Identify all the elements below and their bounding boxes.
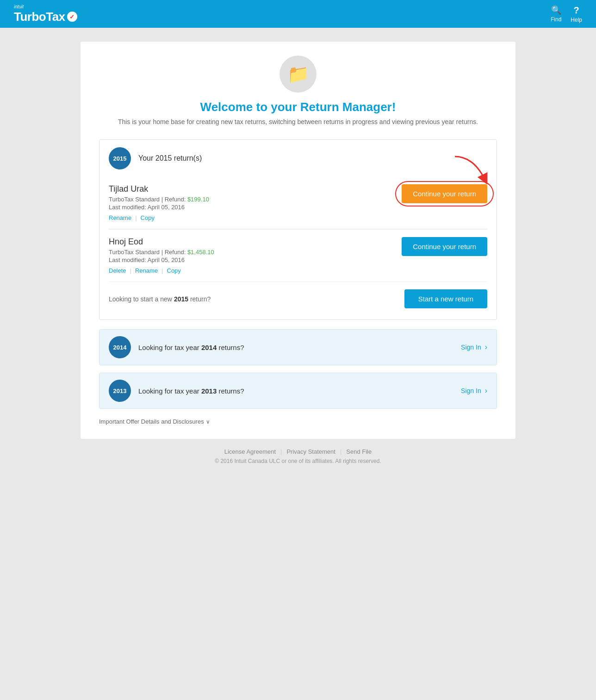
- red-arrow-annotation: [450, 154, 492, 187]
- find-label: Find: [551, 16, 561, 23]
- footer: License Agreement | Privacy Statement | …: [205, 439, 390, 474]
- sign-in-2013-link[interactable]: Sign In: [461, 387, 481, 394]
- content-card: 📁 Welcome to your Return Manager! This i…: [81, 42, 515, 439]
- continue-return-button-tijlad[interactable]: Continue your return: [402, 184, 487, 203]
- return-entries-2015: Tijlad Urak TurboTax Standard | Refund: …: [99, 177, 497, 319]
- return-actions-tijlad: Rename | Copy: [109, 214, 392, 221]
- return-name-hnoj: Hnoj Eod: [109, 237, 392, 247]
- year-2015-section: 2015 Your 2015 return(s) Tijlad Urak Tur…: [99, 139, 497, 320]
- welcome-subtitle: This is your home base for creating new …: [99, 118, 497, 125]
- sign-in-2014-link[interactable]: Sign In: [461, 344, 481, 351]
- start-new-row: Looking to start a new 2015 return? Star…: [109, 282, 487, 310]
- header-nav: 🔍 Find ? Help: [551, 5, 582, 23]
- start-new-text: Looking to start a new 2015 return?: [109, 295, 211, 303]
- year-2013-section[interactable]: 2013 Looking for tax year 2013 returns? …: [99, 373, 497, 409]
- refund-amount-hnoj: $1,458.10: [187, 249, 214, 256]
- rename-link-tijlad[interactable]: Rename: [109, 214, 131, 221]
- chevron-right-2014-icon: ›: [485, 343, 487, 351]
- help-nav-item[interactable]: ? Help: [571, 5, 582, 23]
- copy-link-hnoj[interactable]: Copy: [167, 267, 181, 274]
- return-entry-tijlad: Tijlad Urak TurboTax Standard | Refund: …: [109, 177, 487, 229]
- intuit-label: intuit: [14, 4, 77, 9]
- footer-copyright: © 2016 Intuit Canada ULC or one of its a…: [215, 458, 381, 464]
- copy-link-tijlad[interactable]: Copy: [141, 214, 155, 221]
- return-product-hnoj: TurboTax Standard: [109, 249, 160, 256]
- return-product-tijlad: TurboTax Standard: [109, 196, 160, 203]
- year-2015-badge: 2015: [109, 147, 131, 169]
- welcome-title: Welcome to your Return Manager!: [99, 100, 497, 114]
- year-2014-text: Looking for tax year 2014 returns?: [138, 344, 461, 351]
- continue-orange-wrapper: Continue your return: [402, 184, 487, 203]
- disclosures-chevron-icon: ∨: [206, 419, 210, 425]
- send-file-link[interactable]: Send File: [346, 448, 372, 455]
- return-date-tijlad: Last modified: April 05, 2016: [109, 204, 392, 211]
- refund-amount-tijlad: $199.10: [187, 196, 209, 203]
- return-meta-hnoj: TurboTax Standard | Refund: $1,458.10: [109, 249, 392, 256]
- find-nav-item[interactable]: 🔍 Find: [551, 5, 561, 23]
- year-2015-header: 2015 Your 2015 return(s): [99, 140, 497, 177]
- year-2014-badge: 2014: [109, 336, 131, 358]
- license-agreement-link[interactable]: License Agreement: [224, 448, 276, 455]
- delete-link-hnoj[interactable]: Delete: [109, 267, 126, 274]
- refund-label-tijlad: Refund:: [165, 196, 186, 203]
- rename-link-hnoj[interactable]: Rename: [135, 267, 158, 274]
- disclosures-label: Important Offer Details and Disclosures: [99, 418, 204, 425]
- return-info-hnoj: Hnoj Eod TurboTax Standard | Refund: $1,…: [109, 237, 392, 274]
- return-actions-hnoj: Delete | Rename | Copy: [109, 267, 392, 274]
- chevron-right-2013-icon: ›: [485, 387, 487, 395]
- header: intuit TurboTax ✓ 🔍 Find ? Help: [0, 0, 596, 28]
- logo-checkmark: ✓: [67, 12, 77, 22]
- return-meta-tijlad: TurboTax Standard | Refund: $199.10: [109, 196, 392, 203]
- logo: intuit TurboTax ✓: [14, 4, 77, 24]
- main-content: 📁 Welcome to your Return Manager! This i…: [0, 28, 596, 700]
- continue-return-button-hnoj[interactable]: Continue your return: [402, 237, 487, 256]
- footer-links: License Agreement | Privacy Statement | …: [215, 448, 381, 455]
- folder-icon-container: 📁: [279, 56, 317, 93]
- return-buttons-tijlad: Continue your return: [402, 184, 487, 203]
- return-date-hnoj: Last modified: April 05, 2016: [109, 256, 392, 263]
- return-info-tijlad: Tijlad Urak TurboTax Standard | Refund: …: [109, 184, 392, 221]
- disclosures[interactable]: Important Offer Details and Disclosures …: [99, 418, 497, 425]
- search-icon: 🔍: [551, 5, 561, 15]
- year-2013-text: Looking for tax year 2013 returns?: [138, 387, 461, 395]
- return-buttons-hnoj: Continue your return: [402, 237, 487, 256]
- help-label: Help: [571, 17, 582, 23]
- turbotax-brand: TurboTax: [14, 10, 65, 24]
- refund-label-hnoj: Refund:: [165, 249, 186, 256]
- return-entry-hnoj: Hnoj Eod TurboTax Standard | Refund: $1,…: [109, 230, 487, 281]
- help-icon: ?: [574, 5, 579, 16]
- year-2013-badge: 2013: [109, 380, 131, 402]
- year-2014-section[interactable]: 2014 Looking for tax year 2014 returns? …: [99, 329, 497, 365]
- return-name-tijlad: Tijlad Urak: [109, 184, 392, 194]
- year-2015-label: Your 2015 return(s): [138, 154, 202, 162]
- privacy-statement-link[interactable]: Privacy Statement: [286, 448, 335, 455]
- folder-icon: 📁: [287, 64, 309, 84]
- welcome-section: 📁 Welcome to your Return Manager! This i…: [99, 56, 497, 125]
- start-new-return-button[interactable]: Start a new return: [404, 289, 487, 308]
